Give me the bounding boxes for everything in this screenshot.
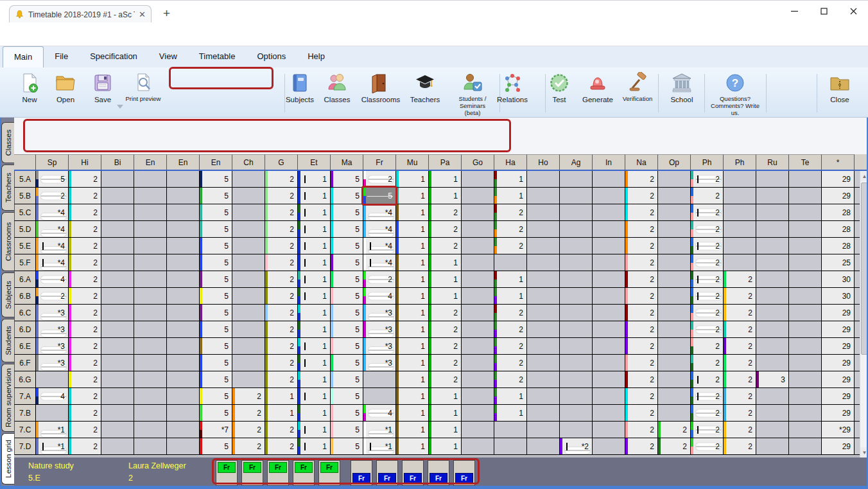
grid-cell[interactable]: 2 xyxy=(494,221,527,238)
grid-cell[interactable]: 2 xyxy=(265,254,298,271)
students-seminars-button[interactable]: Students / Seminars (beta) xyxy=(453,72,492,117)
browser-tab[interactable]: Timetable 2018-2019 #1 - aSc Ti ✕ xyxy=(9,5,152,23)
row-label[interactable]: 6.F xyxy=(14,355,36,371)
grid-cell[interactable] xyxy=(462,171,494,188)
grid-cell[interactable] xyxy=(527,321,560,338)
grid-cell[interactable]: 2 xyxy=(724,388,756,405)
grid-cell[interactable]: 2 xyxy=(724,271,756,288)
grid-cell[interactable]: 1 xyxy=(429,388,462,405)
grid-cell[interactable]: 1 xyxy=(429,288,462,305)
grid-cell[interactable]: *4 xyxy=(36,204,69,221)
grid-cell[interactable] xyxy=(134,355,167,371)
grid-cell[interactable] xyxy=(756,221,789,238)
column-header[interactable]: En xyxy=(200,154,232,171)
grid-cell[interactable]: 5 xyxy=(363,188,396,204)
grid-cell[interactable] xyxy=(167,355,200,371)
grid-cell[interactable]: 2 xyxy=(429,371,462,388)
grid-cell[interactable] xyxy=(756,171,789,188)
grid-cell[interactable]: 2 xyxy=(69,422,101,438)
grid-cell[interactable] xyxy=(560,238,593,254)
grid-cell[interactable] xyxy=(658,254,691,271)
column-header[interactable]: Ch xyxy=(232,154,265,171)
grid-cell[interactable]: *4 xyxy=(36,238,69,254)
lesson-tile-group1[interactable]: Fr xyxy=(241,460,263,486)
grid-cell[interactable] xyxy=(658,338,691,355)
grid-cell[interactable]: 2 xyxy=(69,221,101,238)
column-header[interactable]: G xyxy=(265,154,298,171)
grid-cell[interactable] xyxy=(232,371,265,388)
grid-cell[interactable]: *3 xyxy=(36,355,69,371)
column-header[interactable]: Et xyxy=(298,154,331,171)
grid-cell[interactable]: 2 xyxy=(724,305,756,321)
grid-cell[interactable]: 2 xyxy=(363,271,396,288)
grid-cell[interactable] xyxy=(527,422,560,438)
row-label[interactable]: 7.A xyxy=(14,388,36,405)
grid-cell[interactable] xyxy=(756,254,789,271)
grid-cell[interactable]: 1 xyxy=(494,288,527,305)
grid-cell[interactable]: 2 xyxy=(658,438,691,455)
grid-cell[interactable]: 5 xyxy=(331,171,363,188)
grid-cell[interactable]: 5 xyxy=(200,405,232,422)
grid-cell[interactable] xyxy=(658,288,691,305)
subjects-button[interactable]: Subjects xyxy=(283,72,317,104)
grid-cell[interactable] xyxy=(462,338,494,355)
grid-cell[interactable] xyxy=(101,422,134,438)
grid-cell[interactable]: 1 xyxy=(396,204,429,221)
grid-cell[interactable]: 2 xyxy=(232,388,265,405)
grid-cell[interactable]: 5 xyxy=(331,338,363,355)
grid-cell[interactable] xyxy=(134,188,167,204)
save-button[interactable]: Save xyxy=(89,72,117,104)
grid-cell[interactable]: 2 xyxy=(69,305,101,321)
grid-cell[interactable] xyxy=(494,438,527,455)
grid-cell[interactable]: *4 xyxy=(363,238,396,254)
grid-cell[interactable] xyxy=(724,204,756,221)
grid-cell[interactable]: 29 xyxy=(822,171,855,188)
row-label[interactable]: 7.B xyxy=(14,405,36,422)
grid-cell[interactable] xyxy=(101,338,134,355)
row-label[interactable]: 6.A xyxy=(14,271,36,288)
grid-cell[interactable]: *3 xyxy=(36,338,69,355)
row-label[interactable]: 5.D xyxy=(14,221,36,238)
grid-cell[interactable] xyxy=(527,271,560,288)
grid-cell[interactable] xyxy=(101,171,134,188)
grid-cell[interactable]: 2 xyxy=(232,405,265,422)
grid-cell[interactable] xyxy=(560,422,593,438)
grid-cell[interactable] xyxy=(363,388,396,405)
grid-cell[interactable]: 1 xyxy=(494,171,527,188)
grid-cell[interactable] xyxy=(101,388,134,405)
grid-cell[interactable] xyxy=(756,321,789,338)
grid-cell[interactable]: 29 xyxy=(822,438,855,455)
grid-cell[interactable] xyxy=(134,171,167,188)
verification-button[interactable]: Verification xyxy=(618,72,657,103)
grid-cell[interactable] xyxy=(167,271,200,288)
grid-cell[interactable] xyxy=(101,271,134,288)
grid-cell[interactable]: 2 xyxy=(691,204,724,221)
grid-cell[interactable]: 2 xyxy=(69,288,101,305)
grid-cell[interactable]: 1 xyxy=(298,388,331,405)
grid-cell[interactable] xyxy=(560,288,593,305)
grid-cell[interactable] xyxy=(789,422,822,438)
grid-cell[interactable] xyxy=(560,338,593,355)
grid-cell[interactable]: *3 xyxy=(363,305,396,321)
grid-cell[interactable] xyxy=(593,271,625,288)
grid-cell[interactable]: 25 xyxy=(822,254,855,271)
relations-button[interactable]: Relations xyxy=(494,72,531,104)
grid-cell[interactable] xyxy=(658,238,691,254)
grid-cell[interactable] xyxy=(658,405,691,422)
grid-cell[interactable] xyxy=(167,371,200,388)
grid-cell[interactable] xyxy=(232,271,265,288)
grid-cell[interactable] xyxy=(462,388,494,405)
grid-cell[interactable]: 5 xyxy=(200,355,232,371)
sidebar-tab-lesson-grid[interactable]: Lesson grid xyxy=(1,433,14,485)
grid-cell[interactable]: 5 xyxy=(200,438,232,455)
grid-cell[interactable] xyxy=(462,188,494,204)
grid-cell[interactable] xyxy=(756,338,789,355)
grid-cell[interactable] xyxy=(527,405,560,422)
row-label[interactable]: 6.C xyxy=(14,305,36,321)
grid-cell[interactable]: 5 xyxy=(36,171,69,188)
grid-cell[interactable] xyxy=(101,221,134,238)
grid-cell[interactable] xyxy=(462,321,494,338)
grid-cell[interactable]: 5 xyxy=(331,405,363,422)
grid-cell[interactable] xyxy=(593,288,625,305)
open-button[interactable]: Open xyxy=(51,72,80,104)
